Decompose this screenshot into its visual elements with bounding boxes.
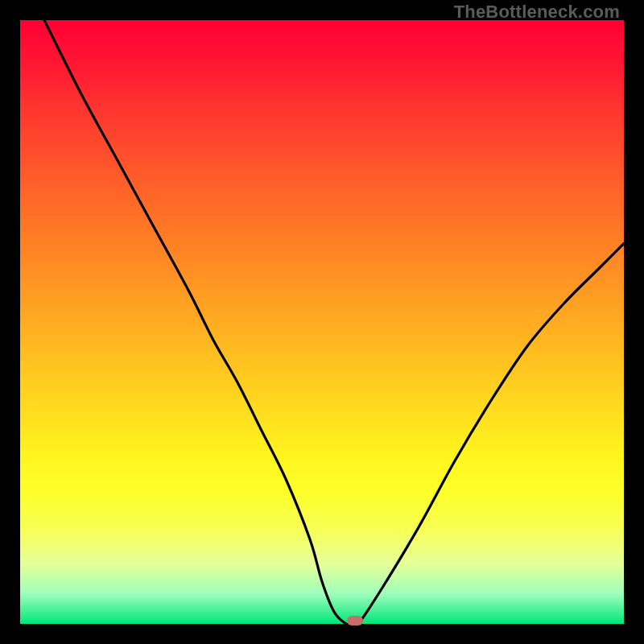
plot-area: [20, 20, 624, 624]
optimum-marker: [347, 616, 363, 625]
bottleneck-curve: [44, 20, 624, 624]
curve-svg: [20, 20, 624, 624]
chart-frame: TheBottleneck.com: [0, 0, 644, 644]
